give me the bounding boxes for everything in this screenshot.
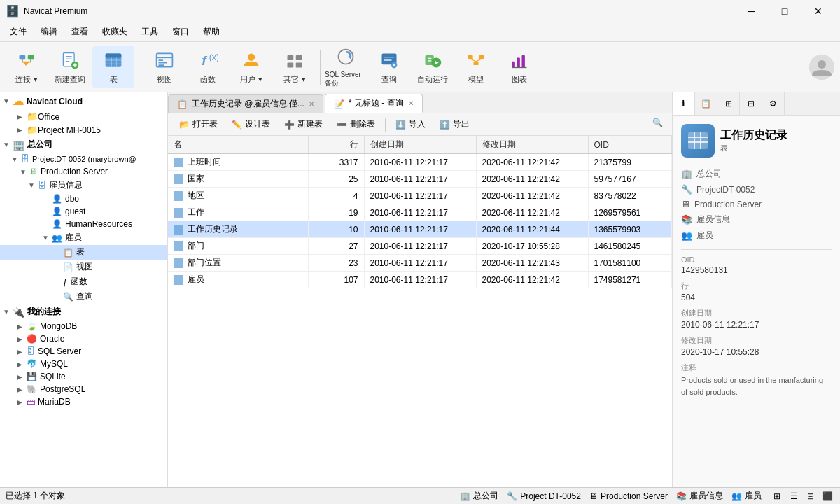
- company-section[interactable]: ▼ 🏢 总公司: [0, 136, 167, 153]
- export-btn[interactable]: ⬆️ 导出: [434, 116, 475, 132]
- user-avatar[interactable]: [809, 55, 834, 80]
- table-row[interactable]: 工作192010-06-11 12:21:172020-06-11 12:21:…: [168, 204, 672, 221]
- sidebar-item-oracle[interactable]: ▶ 🔴 Oracle: [0, 332, 167, 345]
- menu-favorites[interactable]: 收藏夹: [95, 23, 134, 41]
- sidebar-item-production-server[interactable]: ▼ 🖥 Production Server: [0, 165, 167, 178]
- company-icon: 🏢: [13, 139, 24, 150]
- open-table-btn[interactable]: 📂 打开表: [174, 116, 223, 132]
- untitled-query-tab-close[interactable]: ✕: [408, 99, 414, 107]
- table-row[interactable]: 部门位置232010-06-11 12:21:172020-06-11 12:2…: [168, 255, 672, 272]
- table-row[interactable]: 部门272010-06-11 12:21:172020-10-17 10:55:…: [168, 238, 672, 255]
- toolbar-user[interactable]: 用户 ▾: [230, 46, 272, 88]
- sidebar-item-projectdt-0052[interactable]: ▼ 🗄 ProjectDT-0052 (marybrown@: [0, 153, 167, 165]
- sidebar-item-sql-server[interactable]: ▶ 🗄 SQL Server: [0, 345, 167, 358]
- sidebar-item-employee-info[interactable]: ▼ 🗄 雇员信息: [0, 178, 167, 192]
- mysql-icon: 🐬: [27, 359, 37, 369]
- minimize-button[interactable]: ─: [735, 0, 767, 22]
- sidebar-item-office[interactable]: ▶ 📁 Office: [0, 110, 167, 123]
- sql-server-backup-label: SQL Server 备份: [325, 71, 367, 88]
- sb-list-icon[interactable]: ⊞: [770, 489, 784, 503]
- rp-breadcrumb-server: 🖥 Production Server: [681, 197, 832, 211]
- sidebar-item-tables[interactable]: ▶ 📋 表: [0, 245, 167, 260]
- import-icon: ⬇️: [396, 120, 406, 130]
- table-row[interactable]: 上班时间33172010-06-11 12:21:172020-06-11 12…: [168, 154, 672, 171]
- sidebar-item-guest[interactable]: ▶ 👤 guest: [0, 205, 167, 218]
- sidebar-item-mongodb[interactable]: ▶ 🍃 MongoDB: [0, 320, 167, 332]
- table-row[interactable]: 雇员1072010-06-11 12:21:172020-06-11 12:21…: [168, 272, 672, 288]
- employee-bc-icon: 👥: [681, 230, 692, 241]
- new-table-btn[interactable]: ➕ 新建表: [279, 116, 328, 132]
- navicat-cloud-section[interactable]: ▼ ☁ Navicat Cloud: [0, 92, 167, 110]
- cell-name: 国家: [168, 171, 308, 188]
- rp-breadcrumb-employee: 👥 雇员: [681, 227, 832, 244]
- rpanel-tab-preview[interactable]: ⊞: [718, 92, 740, 115]
- sb-detail-icon[interactable]: ☰: [787, 489, 801, 503]
- svg-rect-27: [288, 55, 294, 60]
- table-row[interactable]: 工作历史记录102010-06-11 12:21:172020-06-11 12…: [168, 221, 672, 238]
- maximize-button[interactable]: □: [769, 0, 801, 22]
- toolbar-query[interactable]: 查询: [368, 46, 410, 88]
- toolbar-sql-server-backup[interactable]: SQL Server 备份: [325, 46, 367, 88]
- rpanel-tab-info[interactable]: ℹ: [673, 92, 695, 115]
- sidebar-item-functions[interactable]: ▶ ƒ 函数: [0, 274, 167, 289]
- view-icon: [153, 49, 176, 71]
- toolbar-table[interactable]: 表: [92, 46, 134, 88]
- sidebar-item-dbo[interactable]: ▶ 👤 dbo: [0, 192, 167, 205]
- svg-rect-14: [106, 53, 122, 57]
- sidebar-item-mariadb[interactable]: ▶ 🗃 MariaDB: [0, 396, 167, 408]
- sb-expand-icon[interactable]: ⬛: [820, 489, 834, 503]
- company-bc-label: 总公司: [696, 168, 722, 180]
- toolbar-chart[interactable]: 图表: [498, 46, 540, 88]
- menu-window[interactable]: 窗口: [165, 23, 196, 41]
- menu-tools[interactable]: 工具: [134, 23, 165, 41]
- rp-table-icon: [681, 124, 715, 158]
- work-history-tab-close[interactable]: ✕: [309, 100, 314, 108]
- toolbar-sep: [385, 118, 386, 132]
- mongodb-label: MongoDB: [40, 321, 77, 331]
- toolbar-function[interactable]: f (x) 函数: [187, 46, 229, 88]
- toolbar-new-query[interactable]: 新建查询: [49, 46, 91, 88]
- toolbar-auto-run[interactable]: 自动运行: [412, 46, 454, 88]
- sb-employee-info-item: 📚 雇员信息: [676, 490, 723, 502]
- svg-rect-22: [158, 62, 167, 64]
- sidebar-item-project-mh-0015[interactable]: ▶ 📁 Project MH-0015: [0, 123, 167, 136]
- menu-view[interactable]: 查看: [64, 23, 95, 41]
- sb-project-icon: 🔧: [507, 491, 517, 501]
- rpanel-tab-settings[interactable]: ⚙: [762, 92, 785, 115]
- toolbar-model[interactable]: 模型: [455, 46, 497, 88]
- sidebar-item-postgresql[interactable]: ▶ 🐘 PostgreSQL: [0, 383, 167, 396]
- sidebar-item-queries[interactable]: ▶ 🔍 查询: [0, 289, 167, 304]
- delete-table-btn[interactable]: ➖ 删除表: [331, 116, 381, 132]
- sb-grid-icon[interactable]: ⊟: [804, 489, 818, 503]
- close-button[interactable]: ✕: [802, 0, 834, 22]
- svg-rect-1: [28, 55, 34, 59]
- menu-file[interactable]: 文件: [3, 23, 34, 41]
- my-connections-icon: 🔌: [13, 307, 24, 318]
- app-title: Navicat Premium: [24, 6, 88, 16]
- sidebar-item-sqlite[interactable]: ▶ 💾 SQLite: [0, 370, 167, 383]
- toolbar-connect[interactable]: 连接 ▾: [6, 46, 48, 88]
- table-row[interactable]: 地区42010-06-11 12:21:172020-06-11 12:21:4…: [168, 188, 672, 204]
- status-text: 已选择 1 个对象: [6, 490, 65, 502]
- rpanel-tab-ddl[interactable]: 📋: [695, 92, 718, 115]
- sidebar-item-views[interactable]: ▶ 📄 视图: [0, 260, 167, 274]
- design-table-btn[interactable]: ✏️ 设计表: [226, 116, 276, 132]
- toolbar-other[interactable]: 其它 ▾: [274, 46, 316, 88]
- menu-help[interactable]: 帮助: [196, 23, 227, 41]
- import-btn[interactable]: ⬇️ 导入: [390, 116, 431, 132]
- my-connections-section[interactable]: ▼ 🔌 我的连接: [0, 304, 167, 320]
- toolbar-view[interactable]: 视图: [144, 46, 186, 88]
- search-btn[interactable]: 🔍: [652, 118, 666, 132]
- sidebar-item-mysql[interactable]: ▶ 🐬 MySQL: [0, 358, 167, 370]
- sidebar-item-employee[interactable]: ▼ 👥 雇员: [0, 230, 167, 245]
- sidebar-item-humanresources[interactable]: ▶ 👤 HumanResources: [0, 218, 167, 230]
- menu-edit[interactable]: 编辑: [34, 23, 64, 41]
- rpanel-tab-split[interactable]: ⊟: [740, 92, 762, 115]
- untitled-query-tab-label: * 无标题 - 查询: [349, 97, 404, 109]
- menu-bar: 文件 编辑 查看 收藏夹 工具 窗口 帮助: [0, 22, 840, 42]
- cell-modified: 2020-10-17 10:55:28: [476, 238, 588, 255]
- tab-work-history[interactable]: 📋 工作历史记录 @雇员信息.僅... ✕: [168, 94, 323, 113]
- tab-untitled-query[interactable]: 📝 * 无标题 - 查询 ✕: [325, 94, 423, 113]
- table-row[interactable]: 国家252010-06-11 12:21:172020-06-11 12:21:…: [168, 171, 672, 188]
- delete-table-icon: ➖: [337, 120, 347, 130]
